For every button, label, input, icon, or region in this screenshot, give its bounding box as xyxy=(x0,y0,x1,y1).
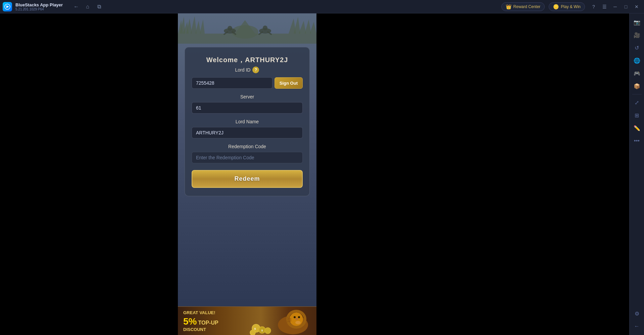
svg-marker-7 xyxy=(191,16,197,34)
resize-icon[interactable]: ⤢ xyxy=(631,96,643,109)
vegetation-silhouette xyxy=(178,13,316,44)
game-banner: GREAT VALUE! 5% TOP-UP DISCOUNT xyxy=(178,306,316,335)
banner-lion-illustration: $ $ xyxy=(249,306,316,335)
svg-marker-15 xyxy=(305,19,311,34)
banner-great-value: GREAT VALUE! xyxy=(183,310,218,316)
main-area: Welcome，ARTHURY2J Lord ID ? Sign Out Ser… xyxy=(0,13,644,335)
apk-icon[interactable]: 📦 xyxy=(631,80,643,92)
redemption-code-input[interactable] xyxy=(192,152,303,163)
globe-icon[interactable]: 🌐 xyxy=(631,54,643,67)
redemption-code-label: Redemption Code xyxy=(192,144,303,149)
app-title: BlueStacks App Player 5.21.201.1029 P64 xyxy=(15,2,63,11)
left-area xyxy=(0,13,178,335)
coin-icon: 🪙 xyxy=(553,4,559,9)
titlebar-right: 👑 Reward Center 🪙 Play & Win ? ☰ ─ □ ✕ xyxy=(501,2,641,11)
settings-icon[interactable]: ⚙ xyxy=(631,307,643,320)
menu-button[interactable]: ☰ xyxy=(600,2,609,11)
more-icon[interactable]: ••• xyxy=(631,135,643,147)
titlebar-nav: ← ⌂ ⧉ xyxy=(71,2,104,11)
play-win-label: Play & Win xyxy=(561,4,581,9)
right-area xyxy=(316,13,644,335)
reward-center-label: Reward Center xyxy=(513,4,541,9)
svg-point-29 xyxy=(294,316,296,318)
reward-center-button[interactable]: 👑 Reward Center xyxy=(501,2,545,11)
multi-button[interactable]: ⧉ xyxy=(94,2,104,11)
svg-point-31 xyxy=(295,318,298,320)
minimize-button[interactable]: ─ xyxy=(610,2,620,11)
lord-id-help-icon[interactable]: ? xyxy=(252,67,259,73)
help-button[interactable]: ? xyxy=(589,2,598,11)
svg-point-30 xyxy=(298,316,300,318)
titlebar-left: BlueStacks App Player 5.21.201.1029 P64 … xyxy=(3,2,104,11)
maximize-button[interactable]: □ xyxy=(621,2,631,11)
svg-marker-14 xyxy=(299,21,306,34)
svg-marker-16 xyxy=(310,22,316,34)
gamepad-icon[interactable]: 🎮 xyxy=(631,67,643,79)
svg-marker-9 xyxy=(200,19,205,34)
back-icon[interactable]: ← xyxy=(631,320,643,332)
svg-point-28 xyxy=(295,321,301,324)
lord-id-field: Sign Out xyxy=(192,77,303,89)
svg-marker-8 xyxy=(195,21,201,34)
rotate-icon[interactable]: ↺ xyxy=(631,42,643,54)
banner-discount: DISCOUNT xyxy=(183,327,218,332)
titlebar-icons: ? ☰ ─ □ ✕ xyxy=(589,2,641,11)
app-name: BlueStacks App Player xyxy=(15,2,63,7)
app-version: 5.21.201.1029 P64 xyxy=(15,7,63,11)
lord-name-label: Lord Name xyxy=(192,119,303,124)
svg-point-37 xyxy=(250,330,255,335)
home-button[interactable]: ⌂ xyxy=(83,2,92,11)
sign-out-button[interactable]: Sign Out xyxy=(275,77,303,89)
close-button[interactable]: ✕ xyxy=(632,2,641,11)
camera-icon[interactable]: 🎥 xyxy=(631,29,643,41)
game-dialog: Welcome，ARTHURY2J Lord ID ? Sign Out Ser… xyxy=(185,47,310,196)
svg-text:$: $ xyxy=(254,327,256,330)
svg-text:$: $ xyxy=(261,329,263,332)
banner-topup: TOP-UP xyxy=(198,320,218,326)
server-label: Server xyxy=(192,94,303,99)
crown-icon: 👑 xyxy=(506,4,511,9)
titlebar: BlueStacks App Player 5.21.201.1029 P64 … xyxy=(0,0,644,13)
svg-point-22 xyxy=(263,26,267,30)
lord-id-row: Lord ID ? xyxy=(192,67,303,73)
welcome-text: Welcome，ARTHURY2J xyxy=(192,55,303,65)
sidebar-divider-1 xyxy=(632,94,642,94)
back-button[interactable]: ← xyxy=(71,2,81,11)
edit-icon[interactable]: ✏️ xyxy=(631,122,643,134)
bluestacks-logo xyxy=(3,2,12,11)
svg-point-18 xyxy=(228,26,232,31)
play-win-button[interactable]: 🪙 Play & Win xyxy=(549,2,585,11)
lord-name-field: ARTHURY2J xyxy=(192,127,303,138)
lord-id-label: Lord ID xyxy=(235,67,251,73)
server-field: 61 xyxy=(192,102,303,114)
svg-point-38 xyxy=(265,328,271,334)
banner-percent: 5% xyxy=(183,316,197,327)
lord-id-input[interactable] xyxy=(192,77,273,89)
redeem-button[interactable]: Redeem xyxy=(192,170,303,188)
apps-icon[interactable]: ⊞ xyxy=(631,109,643,121)
right-sidebar: 📷 🎥 ↺ 🌐 🎮 📦 ⤢ ⊞ ✏️ ••• ⚙ ← xyxy=(629,13,644,335)
svg-marker-1 xyxy=(6,5,9,8)
game-area: Welcome，ARTHURY2J Lord ID ? Sign Out Ser… xyxy=(178,13,316,335)
screenshot-icon[interactable]: 📷 xyxy=(631,16,643,28)
